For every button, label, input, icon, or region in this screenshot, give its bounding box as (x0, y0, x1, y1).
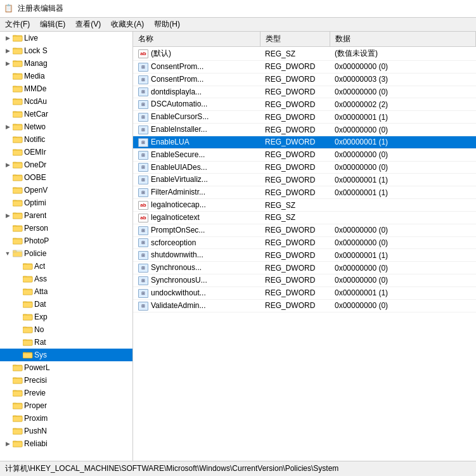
table-row[interactable]: ⊞dontdisplayla...REG_DWORD0x00000000 (0) (133, 86, 476, 98)
folder-icon-oemir (13, 147, 23, 158)
row-data-14: 0x00000000 (0) (330, 224, 476, 236)
tree-item-pushn[interactable]: PushN (0, 425, 132, 437)
tree-item-no[interactable]: No (0, 323, 132, 336)
tree-item-rat[interactable]: Rat (0, 336, 132, 349)
table-row[interactable]: ⊞EnableUIADes...REG_DWORD0x00000000 (0) (133, 161, 476, 174)
folder-icon-lock-s (13, 46, 23, 56)
tree-item-netwo[interactable]: ▶Netwo (0, 120, 132, 133)
tree-item-mmde[interactable]: MMDe (0, 82, 132, 95)
title-text: 注册表编辑器 (18, 3, 63, 14)
row-name-15: ⊞scforceoption (133, 236, 260, 249)
svg-rect-41 (13, 201, 22, 206)
tree-arrow-lock-s: ▶ (0, 48, 13, 54)
table-row[interactable]: ablegalnoticecap...REG_SZ (133, 199, 476, 212)
dword-icon: ⊞ (138, 100, 148, 109)
table-row[interactable]: ⊞FilterAdministr...REG_DWORD0x00000001 (… (133, 186, 476, 199)
tree-label-oobe: OOBE (24, 173, 46, 182)
svg-rect-92 (13, 416, 22, 421)
tree-item-ass[interactable]: Ass (0, 273, 132, 285)
tree-label-proper: Proper (24, 401, 47, 410)
row-data-7: 0x00000001 (1) (330, 136, 476, 148)
tree-item-proxim[interactable]: Proxim (0, 412, 132, 425)
svg-rect-26 (13, 138, 22, 143)
tree-item-media[interactable]: Media (0, 70, 132, 82)
dword-icon: ⊞ (138, 63, 148, 72)
svg-rect-47 (13, 226, 22, 231)
folder-icon-netcar (13, 109, 23, 120)
tree-item-oobe[interactable]: OOBE (0, 171, 132, 184)
tree-arrow-live: ▶ (0, 35, 13, 41)
tree-item-exp[interactable]: Exp (0, 311, 132, 323)
row-type-14: REG_DWORD (260, 224, 330, 236)
svg-rect-17 (13, 100, 22, 105)
menu-item-1[interactable]: 编辑(E) (35, 18, 70, 31)
dword-icon: ⊞ (138, 251, 148, 260)
row-data-1: 0x00000000 (0) (330, 61, 476, 74)
tree-label-powerl: PowerL (24, 363, 50, 372)
tree-item-person[interactable]: Person (0, 222, 132, 235)
row-type-1: REG_DWORD (260, 61, 330, 74)
table-row[interactable]: ⊞EnableSecure...REG_DWORD0x00000000 (0) (133, 148, 476, 161)
svg-rect-11 (13, 74, 22, 79)
table-row[interactable]: ⊞undockwithout...REG_DWORD0x00000001 (1) (133, 286, 476, 299)
tree-item-manag[interactable]: ▶Manag (0, 57, 132, 70)
table-row[interactable]: ⊞PromptOnSec...REG_DWORD0x00000000 (0) (133, 224, 476, 236)
table-row[interactable]: ab(默认)REG_SZ(数值未设置) (133, 47, 476, 61)
tree-item-photop[interactable]: PhotoP (0, 235, 132, 247)
tree-item-previe[interactable]: Previe (0, 387, 132, 399)
table-row[interactable]: ⊞ConsentProm...REG_DWORD0x00000003 (3) (133, 73, 476, 86)
tree-item-lock-s[interactable]: ▶Lock S (0, 44, 132, 57)
row-data-11: 0x00000001 (1) (330, 186, 476, 199)
table-row[interactable]: ⊞SynchronousU...REG_DWORD0x00000000 (0) (133, 274, 476, 287)
tree-item-parent[interactable]: ▶Parent (0, 209, 132, 222)
tree-item-sys[interactable]: Sys (0, 349, 132, 361)
tree-item-reliabi[interactable]: ▶Reliabi (0, 437, 132, 450)
tree-item-ncdau[interactable]: NcdAu (0, 95, 132, 108)
tree-item-precisi[interactable]: Precisi (0, 374, 132, 387)
folder-icon-photop (13, 236, 23, 247)
tree-item-netcar[interactable]: NetCar (0, 108, 132, 120)
tree-item-live[interactable]: ▶Live (0, 32, 132, 44)
table-row[interactable]: ⊞ValidateAdmin...REG_DWORD0x00000000 (0) (133, 299, 476, 312)
row-name-18: ⊞SynchronousU... (133, 274, 260, 287)
svg-rect-68 (23, 315, 32, 320)
tree-item-notific[interactable]: Notific (0, 133, 132, 146)
table-row[interactable]: ⊞ConsentProm...REG_DWORD0x00000000 (0) (133, 61, 476, 74)
table-row[interactable]: ⊞scforceoptionREG_DWORD0x00000000 (0) (133, 236, 476, 249)
table-row[interactable]: ⊞DSCAutomatio...REG_DWORD0x00000002 (2) (133, 98, 476, 111)
menu-item-0[interactable]: 文件(F) (0, 18, 35, 31)
dword-icon: ⊞ (138, 238, 148, 247)
folder-icon-oobe (13, 172, 23, 183)
tree-item-onedr[interactable]: ▶OneDr (0, 158, 132, 171)
tree-item-atta[interactable]: Atta (0, 285, 132, 298)
table-row[interactable]: ⊞Synchronous...REG_DWORD0x00000000 (0) (133, 262, 476, 274)
table-row[interactable]: ⊞EnableVirtualiz...REG_DWORD0x00000001 (… (133, 174, 476, 186)
tree-item-dat[interactable]: Dat (0, 298, 132, 311)
main-area: ▶Live▶Lock S▶Manag Media MMDe NcdAu NetC… (0, 32, 476, 461)
tree-label-precisi: Precisi (24, 376, 47, 385)
table-row[interactable]: ⊞EnableLUAREG_DWORD0x00000001 (1) (133, 136, 476, 148)
menu-item-2[interactable]: 查看(V) (70, 18, 106, 31)
tree-item-openv[interactable]: OpenV (0, 184, 132, 196)
tree-item-powerl[interactable]: PowerL (0, 361, 132, 374)
row-data-20: 0x00000000 (0) (330, 299, 476, 312)
row-name-0: ab(默认) (133, 47, 260, 61)
tree-item-optimi[interactable]: Optimi (0, 196, 132, 209)
tree-label-exp: Exp (34, 312, 48, 321)
table-row[interactable]: ablegalnoticetextREG_SZ (133, 211, 476, 224)
tree-arrow-manag: ▶ (0, 60, 13, 67)
folder-icon-manag (13, 58, 23, 69)
row-name-5: ⊞EnableCursorS... (133, 111, 260, 124)
tree-label-ass: Ass (34, 274, 47, 283)
tree-arrow-parent: ▶ (0, 212, 13, 219)
menu-item-3[interactable]: 收藏夹(A) (106, 18, 149, 31)
tree-item-proper[interactable]: Proper (0, 399, 132, 412)
tree-item-act[interactable]: Act (0, 260, 132, 273)
table-row[interactable]: ⊞EnableCursorS...REG_DWORD0x00000001 (1) (133, 111, 476, 124)
tree-item-policie[interactable]: ▼Policie (0, 247, 132, 260)
tree-item-oemir[interactable]: OEMIr (0, 146, 132, 158)
menu-item-4[interactable]: 帮助(H) (149, 18, 185, 31)
table-row[interactable]: ⊞shutdownwith...REG_DWORD0x00000001 (1) (133, 249, 476, 262)
table-row[interactable]: ⊞EnableInstaller...REG_DWORD0x00000000 (… (133, 124, 476, 136)
tree-label-reliabi: Reliabi (24, 439, 48, 448)
